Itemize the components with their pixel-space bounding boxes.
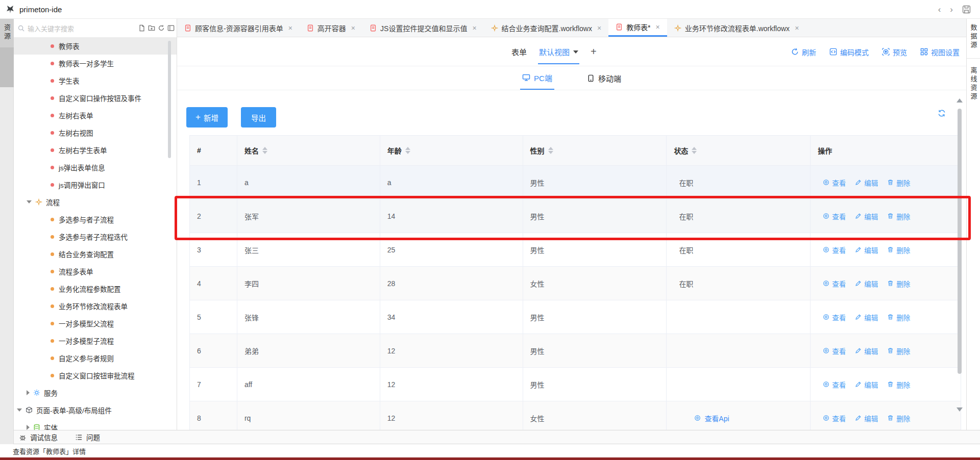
rail-tab-offline-resources[interactable]: 离线资源 bbox=[967, 62, 980, 107]
tree-item[interactable]: 左树右表单 bbox=[14, 107, 177, 124]
delete-button[interactable]: 删除 bbox=[887, 312, 910, 322]
rail-tab-resources[interactable]: 资源 bbox=[0, 19, 14, 47]
edit-button[interactable]: 编辑 bbox=[855, 245, 878, 255]
tree-item[interactable]: 左树右学生表单 bbox=[14, 141, 177, 159]
editor-tab[interactable]: JS设置控件提交值和显示值× bbox=[362, 19, 484, 37]
delete-button[interactable]: 删除 bbox=[887, 379, 910, 390]
edit-button[interactable]: 编辑 bbox=[855, 278, 878, 289]
tree-item[interactable]: 流程 bbox=[14, 193, 177, 211]
editor-tab[interactable]: 业务环节修改流程表单.workflowx× bbox=[667, 19, 806, 37]
view-button[interactable]: 查看 bbox=[823, 379, 846, 390]
edit-button[interactable]: 编辑 bbox=[855, 379, 878, 390]
editor-tab[interactable]: 教师表*× bbox=[608, 19, 667, 37]
view-button[interactable]: 查看 bbox=[823, 177, 846, 188]
collapse-panel-icon[interactable] bbox=[167, 24, 175, 32]
edit-button[interactable]: 编辑 bbox=[855, 346, 878, 356]
debug-info-tab[interactable]: 调试信息 bbox=[19, 432, 58, 442]
save-layout-icon[interactable] bbox=[962, 5, 971, 14]
editor-tab[interactable]: 高开容器× bbox=[300, 19, 362, 37]
edit-button[interactable]: 编辑 bbox=[855, 312, 878, 322]
tree-item[interactable]: 教师表 bbox=[14, 37, 177, 55]
refresh-icon[interactable] bbox=[158, 24, 165, 32]
refresh-button[interactable]: 刷新 bbox=[791, 47, 816, 57]
close-tab-icon[interactable]: × bbox=[351, 24, 355, 32]
add-record-button[interactable]: + 新增 bbox=[186, 107, 228, 127]
view-button[interactable]: 查看 bbox=[823, 413, 846, 423]
delete-button[interactable]: 删除 bbox=[887, 413, 910, 423]
caret-down-icon[interactable] bbox=[27, 200, 32, 203]
column-header[interactable]: 年龄 bbox=[380, 136, 523, 166]
column-header[interactable]: 状态 bbox=[667, 136, 811, 166]
scroll-up-icon[interactable] bbox=[957, 98, 963, 103]
delete-button[interactable]: 删除 bbox=[887, 211, 910, 221]
tree-item[interactable]: 结合业务查询配置 bbox=[14, 245, 177, 263]
view-selector-dropdown[interactable]: 默认视图 bbox=[538, 39, 579, 64]
view-settings-button[interactable]: 视图设置 bbox=[920, 47, 960, 57]
export-button[interactable]: 导出 bbox=[241, 107, 276, 127]
view-button[interactable]: 查看 bbox=[823, 211, 846, 221]
sort-icon[interactable] bbox=[262, 147, 267, 154]
tab-mobile[interactable]: 移动端 bbox=[585, 66, 623, 90]
delete-button[interactable]: 删除 bbox=[887, 278, 910, 289]
nav-back-icon[interactable]: ‹ bbox=[938, 5, 941, 14]
add-folder-icon[interactable] bbox=[148, 24, 155, 32]
view-button[interactable]: 查看 bbox=[823, 245, 846, 255]
tree-item[interactable]: 学生表 bbox=[14, 72, 177, 89]
close-tab-icon[interactable]: × bbox=[472, 24, 476, 32]
column-header[interactable]: 姓名 bbox=[237, 136, 380, 166]
view-button[interactable]: 查看 bbox=[823, 278, 846, 289]
nav-forward-icon[interactable]: › bbox=[950, 5, 953, 14]
edit-button[interactable]: 编辑 bbox=[855, 413, 878, 423]
tree-item[interactable]: 教师表一对多学生 bbox=[14, 55, 177, 72]
delete-button[interactable]: 删除 bbox=[887, 177, 910, 188]
tree-item[interactable]: 左树右视图 bbox=[14, 124, 177, 141]
edit-button[interactable]: 编辑 bbox=[855, 211, 878, 221]
delete-button[interactable]: 删除 bbox=[887, 245, 910, 255]
sort-icon[interactable] bbox=[405, 147, 410, 154]
editor-tab[interactable]: 结合业务查询配置.workflowx× bbox=[484, 19, 609, 37]
code-mode-button[interactable]: 编码模式 bbox=[829, 47, 869, 57]
delete-button[interactable]: 删除 bbox=[887, 346, 910, 356]
tree-item[interactable]: 服务 bbox=[14, 384, 177, 401]
tree-item[interactable]: 自定义窗口按钮审批流程 bbox=[14, 367, 177, 384]
sort-icon[interactable] bbox=[692, 147, 697, 154]
new-file-icon[interactable] bbox=[138, 24, 145, 32]
view-button[interactable]: 查看 bbox=[823, 312, 846, 322]
caret-right-icon[interactable] bbox=[27, 390, 30, 395]
scroll-down-icon[interactable] bbox=[957, 407, 963, 412]
preview-button[interactable]: 预览 bbox=[882, 47, 907, 57]
close-tab-icon[interactable]: × bbox=[795, 24, 799, 32]
tree-item[interactable]: 自定义窗口操作按钮及事件 bbox=[14, 89, 177, 107]
sync-refresh-icon[interactable] bbox=[938, 109, 946, 117]
column-header[interactable]: 性别 bbox=[523, 136, 667, 166]
tree-item[interactable]: 多选参与者子流程迭代 bbox=[14, 228, 177, 245]
tab-pc[interactable]: PC端 bbox=[520, 66, 554, 90]
problems-tab[interactable]: 问题 bbox=[75, 432, 100, 442]
close-tab-icon[interactable]: × bbox=[288, 24, 292, 32]
tree-item[interactable]: 一对多模型子流程 bbox=[14, 332, 177, 349]
tree-item[interactable]: 流程多表单 bbox=[14, 263, 177, 280]
tree-item[interactable]: 业务化流程参数配置 bbox=[14, 280, 177, 297]
sort-icon[interactable] bbox=[548, 147, 553, 154]
tree-scrollbar-thumb[interactable] bbox=[168, 41, 171, 158]
tree-item[interactable]: js调用弹出窗口 bbox=[14, 176, 177, 193]
search-input[interactable]: 输入关键字搜索 bbox=[18, 23, 74, 33]
rail-scrollbar-thumb[interactable] bbox=[0, 47, 14, 87]
caret-right-icon[interactable] bbox=[27, 425, 30, 430]
tree-item[interactable]: 自定义参与者规则 bbox=[14, 349, 177, 367]
tree-item[interactable]: js弹出表单信息 bbox=[14, 159, 177, 176]
content-scrollbar-thumb[interactable] bbox=[958, 109, 962, 374]
close-tab-icon[interactable]: × bbox=[656, 23, 660, 31]
tree-item[interactable]: 实体 bbox=[14, 419, 177, 430]
add-view-button[interactable]: + bbox=[591, 46, 597, 58]
tree-item[interactable]: 业务环节修改流程表单 bbox=[14, 297, 177, 315]
view-api-link[interactable]: 查看Api bbox=[694, 413, 729, 423]
rail-tab-datasource[interactable]: 数据源 bbox=[967, 19, 980, 55]
tree-item[interactable]: 页面-表单-高级/布局组件 bbox=[14, 401, 177, 419]
edit-button[interactable]: 编辑 bbox=[855, 177, 878, 188]
caret-down-icon[interactable] bbox=[17, 408, 22, 412]
editor-tab[interactable]: 顾客信息-资源容器引用表单× bbox=[177, 19, 300, 37]
tree-item[interactable]: 多选参与者子流程 bbox=[14, 211, 177, 228]
view-button[interactable]: 查看 bbox=[823, 346, 846, 356]
tree-item[interactable]: 一对多模型父流程 bbox=[14, 315, 177, 332]
